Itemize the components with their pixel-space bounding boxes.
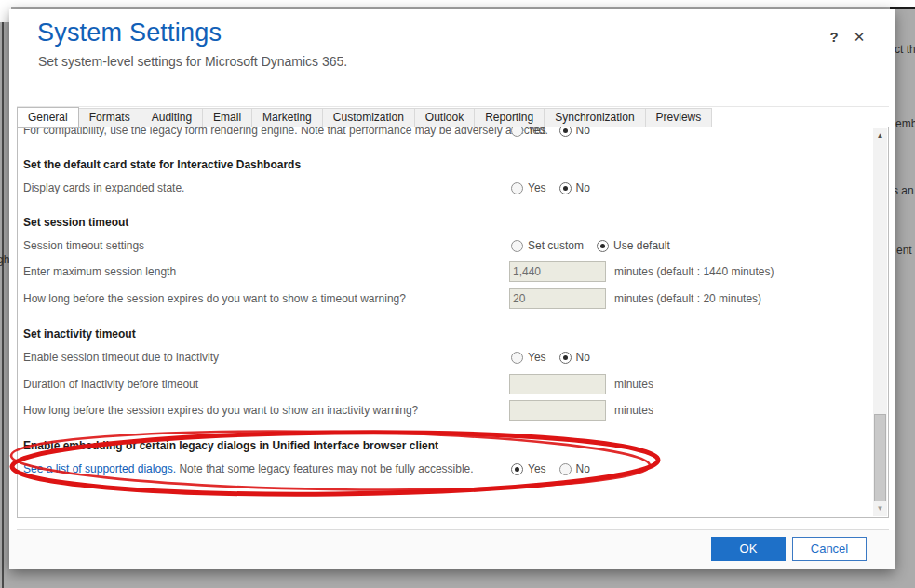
radio-icon[interactable] — [511, 463, 523, 475]
setting-label: How long before the session expires do y… — [23, 404, 418, 417]
tab-customization[interactable]: Customization — [323, 108, 415, 127]
setting-label: For compatibility, use the legacy form r… — [23, 127, 548, 137]
radio-icon[interactable] — [559, 127, 572, 137]
setting-row-max-session-length: Enter maximum session length minutes (de… — [18, 261, 867, 280]
input-suffix: minutes — [614, 404, 653, 417]
radio-option-no[interactable]: No — [559, 127, 590, 137]
tab-email[interactable]: Email — [203, 108, 252, 127]
section-header-inactivity-timeout: Set inactivity timeout — [18, 325, 867, 343]
radio-label: No — [576, 127, 590, 137]
setting-row-inactivity-warning: How long before the session expires do y… — [18, 400, 867, 419]
setting-label: Enter maximum session length — [23, 265, 176, 278]
setting-row-enable-inactivity-timeout: Enable session timeout due to inactivity… — [18, 348, 867, 367]
tab-reporting[interactable]: Reporting — [475, 108, 545, 127]
radio-option-yes[interactable]: Yes — [511, 351, 546, 364]
radio-option-no[interactable]: No — [559, 351, 590, 364]
section-header-legacy-dialogs: Enable embedding of certain legacy dialo… — [18, 436, 867, 455]
input-suffix: minutes — [614, 378, 653, 391]
setting-row-legacy-dialogs: See a list of supported dialogs. Note th… — [18, 460, 867, 478]
page-subtitle: Set system-level settings for Microsoft … — [38, 54, 347, 69]
radio-option-yes[interactable]: Yes — [511, 462, 546, 475]
radio-label: Yes — [528, 462, 546, 475]
setting-label: See a list of supported dialogs. Note th… — [23, 462, 474, 475]
setting-row-legacy-form-rendering: For compatibility, use the legacy form r… — [18, 127, 867, 140]
scroll-up-icon[interactable]: ▲ — [873, 128, 887, 143]
radio-icon[interactable] — [559, 463, 572, 475]
input-suffix: minutes (default : 1440 minutes) — [614, 265, 774, 278]
setting-label: How long before the session expires do y… — [23, 292, 406, 305]
radio-option-no[interactable]: No — [559, 462, 590, 475]
radio-label: No — [576, 462, 590, 475]
input-suffix: minutes (default : 20 minutes) — [614, 292, 761, 305]
radio-icon[interactable] — [511, 352, 523, 364]
background-text-fragment: gh — [0, 253, 9, 266]
setting-row-session-timeout-settings: Session timeout settings Set custom Use … — [18, 236, 867, 255]
background-text-fragment: ct th — [895, 43, 915, 56]
background-text-fragment: s an — [893, 184, 914, 197]
system-settings-dialog: System Settings Set system-level setting… — [9, 9, 895, 569]
background-top-strip — [0, 0, 915, 7]
setting-row-inactivity-duration: Duration of inactivity before timeout mi… — [18, 374, 867, 393]
radio-label: No — [576, 351, 590, 364]
timeout-warning-input[interactable] — [509, 288, 606, 309]
radio-label: Yes — [528, 351, 546, 364]
background-text-fragment: ent — [896, 244, 912, 257]
radio-label: Use default — [613, 239, 670, 252]
setting-row-display-cards: Display cards in expanded state. Yes No — [18, 179, 867, 197]
max-session-length-input[interactable] — [509, 261, 606, 282]
help-icon[interactable]: ? — [825, 28, 843, 47]
cancel-button[interactable]: Cancel — [792, 537, 867, 561]
screen: { "window": { "title": "System Settings"… — [0, 0, 915, 588]
setting-label: Duration of inactivity before timeout — [23, 378, 198, 391]
section-header-label: Set session timeout — [23, 216, 128, 229]
inactivity-duration-input[interactable] — [509, 374, 606, 394]
radio-label: Set custom — [528, 239, 584, 252]
radio-label: Yes — [528, 181, 546, 194]
setting-label: Display cards in expanded state. — [23, 181, 184, 194]
radio-icon[interactable] — [597, 240, 609, 252]
close-icon[interactable]: ✕ — [850, 28, 868, 47]
tab-formats[interactable]: Formats — [79, 108, 141, 127]
scrollbar-thumb[interactable] — [874, 414, 886, 504]
section-header-label: Set the default card state for Interacti… — [23, 158, 301, 171]
ok-button[interactable]: OK — [711, 537, 786, 561]
tab-general[interactable]: General — [17, 107, 79, 128]
section-header-card-state: Set the default card state for Interacti… — [18, 155, 867, 174]
scroll-down-icon[interactable]: ▼ — [873, 501, 887, 516]
section-header-label: Enable embedding of certain legacy dialo… — [23, 439, 438, 452]
radio-option-no[interactable]: No — [559, 181, 590, 194]
radio-option-yes[interactable]: Yes — [511, 127, 546, 137]
scrollbar[interactable]: ▲ ▼ — [873, 128, 887, 516]
setting-label: Enable session timeout due to inactivity — [23, 351, 219, 364]
radio-option-set-custom[interactable]: Set custom — [511, 239, 584, 252]
radio-icon[interactable] — [559, 182, 572, 194]
setting-label: Session timeout settings — [23, 239, 144, 252]
radio-icon[interactable] — [511, 182, 523, 194]
settings-scroll-panel: For compatibility, use the legacy form r… — [17, 127, 889, 518]
tab-previews[interactable]: Previews — [646, 108, 713, 127]
tab-auditing[interactable]: Auditing — [141, 108, 203, 127]
background-text-fragment: emb — [895, 117, 915, 130]
page-title: System Settings — [37, 19, 222, 47]
tab-synchronization[interactable]: Synchronization — [545, 108, 645, 127]
radio-icon[interactable] — [511, 127, 523, 137]
setting-label-tail: Note that some legacy features may not b… — [176, 462, 474, 475]
background-page-border — [2, 22, 4, 588]
tab-bar: General Formats Auditing Email Marketing… — [17, 108, 889, 127]
radio-icon[interactable] — [511, 240, 523, 252]
section-header-label: Set inactivity timeout — [23, 327, 136, 341]
footer: OK Cancel — [9, 530, 895, 569]
inactivity-warning-input[interactable] — [509, 400, 606, 421]
radio-label: No — [576, 181, 590, 194]
radio-icon[interactable] — [559, 352, 572, 364]
tabstrip-divider — [17, 106, 889, 107]
radio-label: Yes — [528, 127, 546, 137]
setting-row-timeout-warning: How long before the session expires do y… — [18, 288, 867, 307]
tab-marketing[interactable]: Marketing — [252, 108, 323, 127]
section-header-session-timeout: Set session timeout — [18, 213, 867, 232]
tab-outlook[interactable]: Outlook — [415, 108, 475, 127]
radio-option-yes[interactable]: Yes — [511, 181, 546, 194]
supported-dialogs-link[interactable]: See a list of supported dialogs. — [23, 462, 176, 475]
radio-option-use-default[interactable]: Use default — [597, 239, 670, 252]
